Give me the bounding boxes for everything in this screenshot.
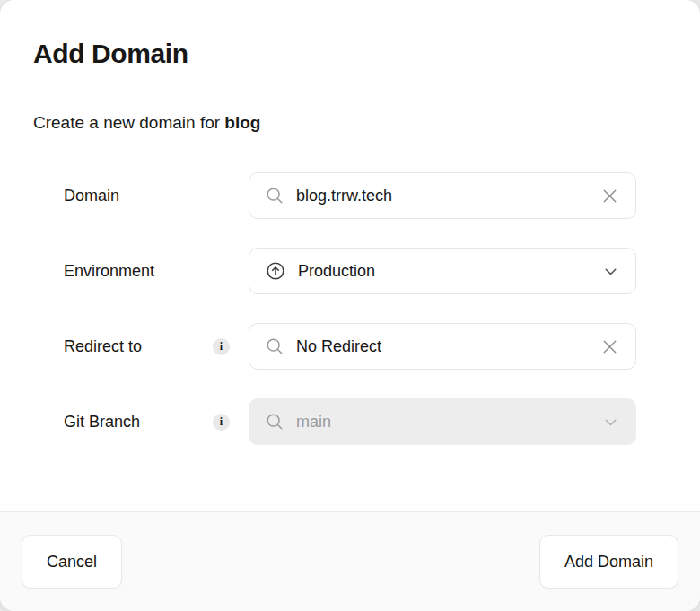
project-name: blog [224, 113, 260, 132]
environment-label-area: Environment [64, 262, 249, 281]
info-icon[interactable]: i [213, 414, 230, 431]
git-branch-select-disabled: main [249, 398, 636, 445]
search-icon [265, 336, 284, 356]
redirect-label-area: Redirect to i [64, 337, 249, 356]
git-branch-label: Git Branch [64, 413, 140, 432]
info-icon[interactable]: i [213, 338, 230, 355]
environment-label: Environment [64, 262, 154, 281]
chevron-down-icon [601, 262, 620, 281]
add-domain-button[interactable]: Add Domain [539, 535, 678, 589]
add-domain-dialog: Add Domain Create a new domain for blog … [0, 0, 700, 611]
clear-icon[interactable] [599, 186, 620, 206]
git-branch-value: main [296, 413, 601, 432]
redirect-value: No Redirect [296, 337, 599, 356]
dialog-title: Add Domain [33, 38, 667, 70]
form-row-git-branch: Git Branch i main [64, 398, 667, 445]
redirect-input[interactable]: No Redirect [249, 323, 636, 370]
domain-input[interactable]: blog.trrw.tech [249, 172, 636, 219]
search-icon [265, 186, 284, 205]
cancel-button[interactable]: Cancel [22, 535, 122, 589]
dialog-footer: Cancel Add Domain [0, 511, 700, 611]
arrow-up-circle-icon [265, 260, 286, 282]
dialog-body: Add Domain Create a new domain for blog … [0, 0, 700, 511]
redirect-label: Redirect to [64, 337, 142, 356]
form-row-domain: Domain blog.trrw.tech [64, 172, 667, 219]
form-row-redirect: Redirect to i No Redirect [64, 323, 667, 370]
git-branch-label-area: Git Branch i [64, 413, 249, 432]
search-icon [265, 412, 284, 432]
form-row-environment: Environment Production [64, 248, 667, 294]
environment-value: Production [298, 262, 601, 281]
chevron-down-icon [601, 413, 620, 432]
clear-icon[interactable] [599, 336, 620, 357]
environment-select[interactable]: Production [249, 248, 636, 294]
subtitle-text: Create a new domain for [33, 113, 224, 132]
domain-label-area: Domain [64, 187, 249, 205]
dialog-subtitle: Create a new domain for blog [33, 111, 667, 135]
domain-label: Domain [64, 187, 119, 205]
domain-value: blog.trrw.tech [296, 187, 599, 205]
add-domain-form: Domain blog.trrw.tech Environment [64, 172, 667, 445]
